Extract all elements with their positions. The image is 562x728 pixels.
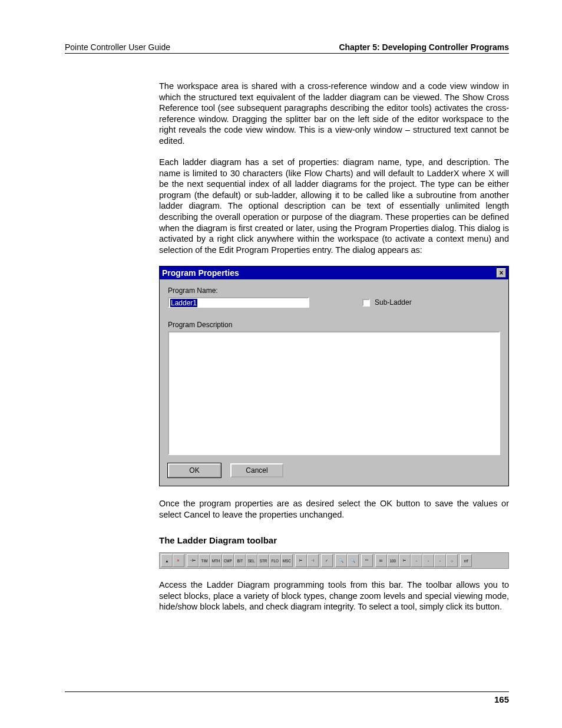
flo-block-icon[interactable]: FLO <box>269 554 281 567</box>
hline-tool-icon[interactable]: ⊢ <box>399 554 411 567</box>
doc-title: Pointe Controller User Guide <box>65 42 170 52</box>
dialog-titlebar: Program Properties × <box>160 266 508 279</box>
body-paragraph: Once the program properties are as desir… <box>159 498 509 520</box>
coil-block-icon[interactable]: ⊢ <box>295 554 307 567</box>
pointer-tool-icon[interactable]: ▲ <box>161 554 173 567</box>
program-name-input[interactable]: Ladder1 <box>168 297 309 308</box>
body-paragraph: Access the Ladder Diagram programming to… <box>159 579 509 612</box>
chapter-title: Chapter 5: Developing Controller Program… <box>339 42 509 52</box>
program-name-label: Program Name: <box>168 286 309 295</box>
mth-block-icon[interactable]: MTH <box>210 554 222 567</box>
zoom-in-icon[interactable]: 🔍 <box>335 554 347 567</box>
program-name-value: Ladder1 <box>170 299 197 307</box>
subladder-label: Sub-Ladder <box>375 298 412 307</box>
tool-d-icon[interactable]: ○ <box>446 554 458 567</box>
tool-c-icon[interactable]: ◦ <box>434 554 446 567</box>
contact-block-icon[interactable]: ⊣⊢ <box>187 554 199 567</box>
labels-tool-icon[interactable]: ᴬᵇ <box>361 554 373 567</box>
check-tool-icon[interactable]: ✓ <box>321 554 333 567</box>
ok-button[interactable]: OK <box>168 463 221 477</box>
body-paragraph: Each ladder diagram has a set of propert… <box>159 157 509 255</box>
program-description-input[interactable] <box>168 331 500 455</box>
tim-block-icon[interactable]: TIM <box>199 554 210 567</box>
page-footer: 165 <box>65 691 509 704</box>
tool-b-icon[interactable]: ◦ <box>422 554 434 567</box>
cancel-button[interactable]: Cancel <box>230 463 283 477</box>
coil2-block-icon[interactable]: ⊣ <box>307 554 319 567</box>
page-number: 165 <box>494 694 509 704</box>
zoom100-tool-icon[interactable]: 100 <box>387 554 399 567</box>
sel-block-icon[interactable]: SEL <box>246 554 257 567</box>
close-icon[interactable]: × <box>497 268 506 278</box>
ladder-diagram-toolbar: ▲✕⊣⊢TIMMTHCMPBITSELSTRFLOMSC⊢⊣✓🔍🔍ᴬᵇ⊞100⊢… <box>159 552 509 569</box>
str-block-icon[interactable]: STR <box>257 554 269 567</box>
tool-a-icon[interactable]: ◦ <box>411 554 422 567</box>
program-description-label: Program Description <box>168 321 500 329</box>
page-header: Pointe Controller User Guide Chapter 5: … <box>65 42 509 54</box>
xref-tool-icon[interactable]: xrf <box>460 554 472 567</box>
section-heading: The Ladder Diagram toolbar <box>159 535 509 545</box>
cmp-block-icon[interactable]: CMP <box>222 554 234 567</box>
program-properties-dialog: Program Properties × Program Name: Ladde… <box>159 266 509 486</box>
msc-block-icon[interactable]: MSC <box>281 554 293 567</box>
body-paragraph: The workspace area is shared with a cros… <box>159 81 509 146</box>
zoom-out-icon[interactable]: 🔍 <box>347 554 359 567</box>
dialog-title-text: Program Properties <box>162 268 239 278</box>
subladder-checkbox[interactable] <box>362 299 370 307</box>
bit-block-icon[interactable]: BIT <box>234 554 246 567</box>
delete-tool-icon[interactable]: ✕ <box>173 554 184 567</box>
grid-tool-icon[interactable]: ⊞ <box>375 554 387 567</box>
